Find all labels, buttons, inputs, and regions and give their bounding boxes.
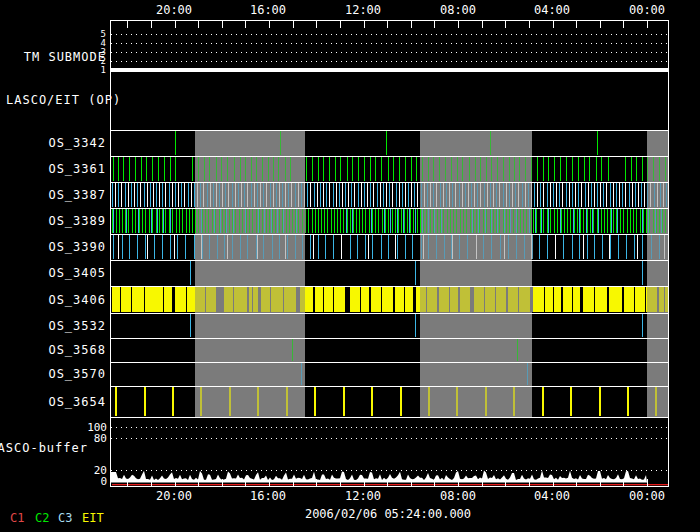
hour-tick-top: [529, 21, 530, 28]
panel-label-tm-submode: TM SUBMODE: [6, 51, 106, 63]
hour-tick-bottom: [623, 479, 624, 487]
time-label-bottom: 12:00: [339, 490, 387, 502]
time-label-top: 16:00: [244, 4, 292, 16]
lasco-timeline-app: 2006/02/06 05:24:00.000 C1C2C3EIT 20:002…: [0, 0, 700, 532]
hour-tick-bottom: [269, 479, 270, 487]
legend-item-c2: C2: [35, 512, 49, 524]
hour-tick-top: [458, 21, 459, 28]
hour-tick-top: [245, 21, 246, 28]
hour-tick-top: [482, 21, 483, 28]
hour-tick-top: [222, 21, 223, 28]
hour-tick-top: [623, 21, 624, 28]
hour-tick-top: [127, 21, 128, 28]
hour-tick-bottom: [127, 479, 128, 487]
time-label-bottom: 04:00: [528, 490, 576, 502]
buffer-ytick: 0: [77, 476, 107, 487]
hour-tick-bottom: [434, 479, 435, 487]
hour-tick-top: [505, 21, 506, 28]
hour-tick-bottom: [600, 479, 601, 487]
hour-tick-bottom: [364, 479, 365, 487]
hour-tick-top: [553, 21, 554, 28]
row-label-os_3390: OS_3390: [6, 241, 106, 253]
hour-tick-bottom: [340, 479, 341, 487]
hour-tick-bottom: [576, 479, 577, 487]
row-label-os_3342: OS_3342: [6, 137, 106, 149]
hour-tick-bottom: [505, 479, 506, 487]
hour-tick-bottom: [198, 479, 199, 487]
time-label-top: 08:00: [434, 4, 482, 16]
time-label-bottom: 20:00: [150, 490, 198, 502]
legend-item-eit: EIT: [82, 512, 104, 524]
hour-tick-bottom: [316, 479, 317, 487]
hour-tick-top: [316, 21, 317, 28]
hour-tick-bottom: [387, 479, 388, 487]
hour-tick-top: [411, 21, 412, 28]
panel-label-lasco-buffer: LASCO-buffer: [0, 442, 88, 454]
hour-tick-bottom: [529, 479, 530, 487]
hour-tick-top: [151, 21, 152, 28]
hour-tick-top: [600, 21, 601, 28]
buffer-ytick: 80: [77, 433, 107, 444]
row-label-os_3361: OS_3361: [6, 163, 106, 175]
row-label-os_3654: OS_3654: [6, 396, 106, 408]
plot-border: [110, 20, 669, 487]
hour-tick-bottom: [553, 479, 554, 487]
hour-tick-top: [387, 21, 388, 28]
row-label-os_3568: OS_3568: [6, 344, 106, 356]
hour-tick-bottom: [151, 479, 152, 487]
hour-tick-top: [364, 21, 365, 28]
hour-tick-bottom: [647, 479, 648, 487]
hour-tick-bottom: [222, 479, 223, 487]
hour-tick-top: [293, 21, 294, 28]
time-label-top: 20:00: [150, 4, 198, 16]
hour-tick-bottom: [458, 479, 459, 487]
time-label-bottom: 16:00: [244, 490, 292, 502]
row-label-os_3570: OS_3570: [6, 368, 106, 380]
time-label-top: 12:00: [339, 4, 387, 16]
datetime-label: 2006/02/06 05:24:00.000: [248, 508, 528, 520]
row-label-os_3389: OS_3389: [6, 215, 106, 227]
tm-submode-ytick: 1: [96, 66, 106, 75]
row-label-os_3406: OS_3406: [6, 294, 106, 306]
row-label-os_3532: OS_3532: [6, 320, 106, 332]
row-label-os_3387: OS_3387: [6, 189, 106, 201]
hour-tick-top: [434, 21, 435, 28]
legend-item-c3: C3: [58, 512, 72, 524]
hour-tick-top: [340, 21, 341, 28]
hour-tick-bottom: [293, 479, 294, 487]
hour-tick-bottom: [175, 479, 176, 487]
time-label-top: 00:00: [623, 4, 671, 16]
hour-tick-bottom: [482, 479, 483, 487]
hour-tick-top: [647, 21, 648, 28]
hour-tick-top: [269, 21, 270, 28]
hour-tick-top: [175, 21, 176, 28]
hour-tick-bottom: [411, 479, 412, 487]
panel-label-lasco-eit: LASCO/EIT (OP): [6, 94, 106, 106]
time-label-top: 04:00: [528, 4, 576, 16]
hour-tick-top: [576, 21, 577, 28]
legend-item-c1: C1: [10, 512, 24, 524]
time-label-bottom: 00:00: [623, 490, 671, 502]
hour-tick-top: [198, 21, 199, 28]
hour-tick-bottom: [245, 479, 246, 487]
time-label-bottom: 08:00: [434, 490, 482, 502]
row-label-os_3405: OS_3405: [6, 267, 106, 279]
